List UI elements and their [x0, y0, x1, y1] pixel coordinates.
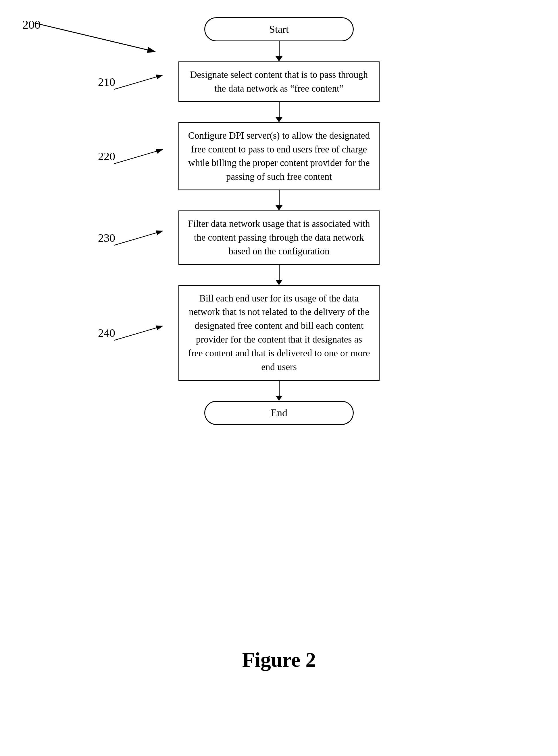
step240-node: Bill each end user for its usage of the …	[178, 285, 380, 381]
arrow-230-to-240	[276, 265, 282, 285]
arrow-start-to-210	[276, 42, 282, 61]
start-node: Start	[204, 17, 354, 42]
arrow-210-to-220	[276, 102, 282, 122]
step230-node: Filter data network usage that is associ…	[178, 211, 380, 265]
step210-node: Designate select content that is to pass…	[178, 61, 380, 102]
svg-line-1	[34, 23, 155, 52]
ref-220-arrow	[114, 147, 171, 170]
arrow-220-to-230	[276, 190, 282, 211]
ref-240-area: 240	[98, 326, 115, 340]
diagram-container: 200 Start 210	[0, 0, 558, 689]
svg-line-5	[114, 150, 162, 164]
figure-label: Figure 2	[242, 648, 316, 672]
step230-wrapper: 230 Filter data network usage that is as…	[150, 211, 408, 265]
ref-240-arrow	[114, 323, 171, 346]
step220-wrapper: 220 Configure DPI server(s) to allow the…	[150, 122, 408, 190]
svg-line-9	[114, 326, 162, 341]
ref-230-area: 230	[98, 231, 115, 244]
step220-node: Configure DPI server(s) to allow the des…	[178, 122, 380, 190]
ref-210-arrow	[114, 72, 171, 95]
ref-220-area: 220	[98, 150, 115, 163]
step240-wrapper: 240 Bill each end user for its usage of …	[150, 285, 408, 381]
svg-line-3	[114, 75, 162, 89]
svg-line-7	[114, 231, 162, 245]
ref-230-arrow	[114, 228, 171, 251]
flowchart: Start 210 Designate select content th	[164, 17, 394, 425]
end-node: End	[204, 401, 354, 425]
arrow-240-to-end	[276, 381, 282, 401]
ref-210-area: 210	[98, 75, 115, 88]
step210-wrapper: 210 Designate select content that is to …	[150, 61, 408, 102]
